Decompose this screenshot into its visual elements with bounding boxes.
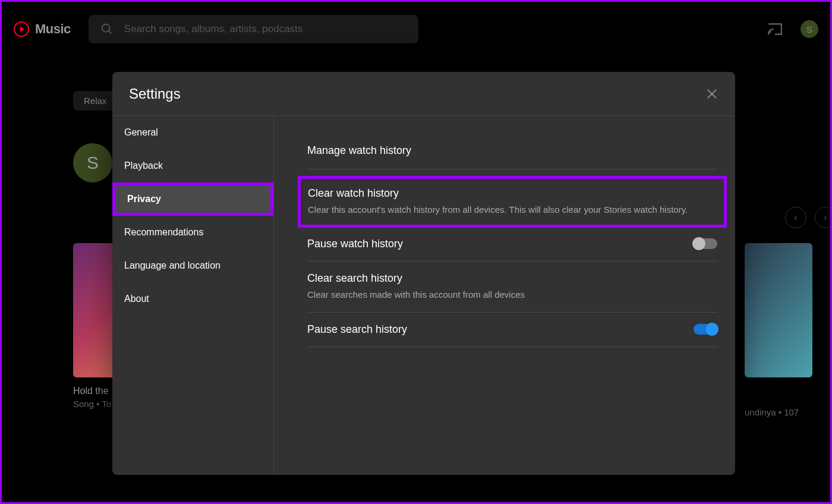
sidebar-item-privacy[interactable]: Privacy	[112, 182, 273, 216]
setting-row-clear-watch-history[interactable]: Clear watch historyClear this account's …	[298, 176, 727, 228]
sidebar-item-general[interactable]: General	[112, 116, 273, 149]
svg-line-1	[109, 31, 112, 34]
setting-row-pause-search-history[interactable]: Pause search history	[307, 313, 717, 347]
sidebar-item-recommendations[interactable]: Recommendations	[112, 216, 273, 249]
avatar[interactable]: S	[801, 20, 818, 38]
carousel-next-button[interactable]: ›	[815, 207, 832, 228]
setting-title: Pause watch history	[307, 238, 682, 250]
settings-modal: Settings GeneralPlaybackPrivacyRecommend…	[112, 72, 735, 475]
modal-header: Settings	[112, 72, 735, 115]
setting-title: Clear watch history	[308, 187, 717, 200]
topbar-right: S	[767, 20, 818, 38]
setting-row-clear-search-history[interactable]: Clear search historyClear searches made …	[307, 262, 717, 313]
topbar: Music S	[2, 11, 830, 47]
mood-chip-relax[interactable]: Relax	[73, 91, 117, 111]
modal-body: GeneralPlaybackPrivacyRecommendationsLan…	[112, 115, 735, 475]
settings-content: Manage watch historyClear watch historyC…	[274, 116, 735, 475]
logo-icon	[14, 21, 29, 37]
close-icon[interactable]	[705, 87, 718, 100]
logo-text: Music	[35, 21, 71, 37]
settings-sidebar: GeneralPlaybackPrivacyRecommendationsLan…	[112, 116, 274, 475]
avatar-large: S	[73, 143, 112, 182]
card-subtitle: undinya • 107	[745, 407, 816, 417]
toggle-switch[interactable]	[694, 324, 717, 335]
setting-title: Manage watch history	[307, 144, 717, 157]
search-input[interactable]	[124, 23, 406, 35]
search-box[interactable]	[89, 15, 418, 43]
sidebar-item-language-and-location[interactable]: Language and location	[112, 249, 273, 282]
setting-row-pause-watch-history[interactable]: Pause watch history	[307, 227, 717, 262]
carousel-prev-button[interactable]: ‹	[785, 207, 806, 228]
setting-row-manage-watch-history[interactable]: Manage watch history	[307, 134, 717, 169]
setting-description: Clear this account's watch history from …	[308, 203, 717, 216]
logo[interactable]: Music	[14, 21, 71, 37]
modal-title: Settings	[129, 86, 181, 102]
music-card[interactable]: undinya • 107	[745, 243, 816, 417]
setting-title: Pause search history	[307, 323, 682, 336]
search-icon	[100, 23, 114, 36]
sidebar-item-about[interactable]: About	[112, 282, 273, 316]
cast-icon[interactable]	[767, 23, 783, 36]
toggle-switch[interactable]	[694, 238, 717, 249]
svg-point-0	[102, 24, 110, 32]
sidebar-item-playback[interactable]: Playback	[112, 149, 273, 182]
setting-title: Clear search history	[307, 272, 717, 285]
setting-description: Clear searches made with this account fr…	[307, 288, 717, 301]
